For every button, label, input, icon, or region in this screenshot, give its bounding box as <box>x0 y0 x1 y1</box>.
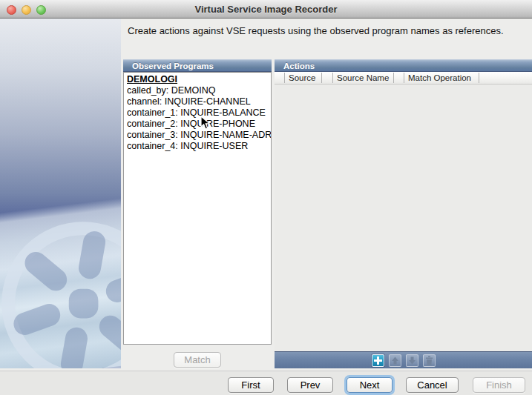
mouse-cursor <box>200 116 211 130</box>
add-icon <box>372 355 384 366</box>
column-header-match-operation[interactable]: Match Operation <box>404 73 479 83</box>
trash-icon <box>424 355 435 366</box>
actions-table-header: Source Source Name Match Operation <box>275 72 532 84</box>
pinwheel-icon <box>0 205 121 368</box>
actions-panel: Actions Source Source Name Match Operati… <box>275 59 532 368</box>
list-item[interactable]: container_2: INQUIRE-PHONE <box>124 119 271 130</box>
list-item[interactable]: container_3: INQUIRE-NAME-ADR <box>124 130 271 141</box>
actions-toolbar <box>275 351 532 368</box>
column-header-source-name[interactable]: Source Name <box>332 73 394 83</box>
first-button[interactable]: First <box>228 377 274 393</box>
observed-programs-list[interactable]: DEMOLOGI called_by: DEMOINQ channel: INQ… <box>123 72 272 345</box>
actions-header: Actions <box>275 59 532 72</box>
window-title: Virtual Service Image Recorder <box>0 0 532 19</box>
move-up-button[interactable] <box>389 354 401 367</box>
wizard-footer: First Prev Next Cancel Finish <box>0 371 532 395</box>
match-button[interactable]: Match <box>174 352 221 368</box>
wizard-sidebar-graphic <box>0 19 121 368</box>
actions-table-body[interactable] <box>275 84 532 351</box>
prev-button[interactable]: Prev <box>287 377 333 393</box>
title-bar: Virtual Service Image Recorder <box>0 0 532 19</box>
column-header-source[interactable]: Source <box>284 73 322 83</box>
list-item[interactable]: container_4: INQUIRE-USER <box>124 141 271 152</box>
virtual-service-image-recorder-window: Virtual Service Image Recorder Create ac… <box>0 0 532 398</box>
list-item[interactable]: container_1: INQUIRE-BALANCE <box>124 107 271 119</box>
add-action-button[interactable] <box>372 354 384 367</box>
arrow-down-icon <box>407 355 418 366</box>
delete-action-button[interactable] <box>423 354 436 367</box>
observed-programs-header: Observed Programs <box>123 59 272 72</box>
list-item[interactable]: channel: INQUIRE-CHANNEL <box>124 96 271 107</box>
list-item[interactable]: called_by: DEMOINQ <box>124 85 271 96</box>
list-item[interactable]: DEMOLOGI <box>124 74 271 85</box>
next-button[interactable]: Next <box>347 377 393 393</box>
finish-button[interactable]: Finish <box>473 377 525 393</box>
observed-programs-panel: Observed Programs DEMOLOGI called_by: DE… <box>123 59 272 368</box>
cancel-button[interactable]: Cancel <box>406 377 459 393</box>
match-button-row: Match <box>123 345 272 368</box>
wizard-description: Create actions against VSE requests usin… <box>128 24 527 37</box>
move-down-button[interactable] <box>406 354 418 367</box>
arrow-up-icon <box>390 355 401 366</box>
